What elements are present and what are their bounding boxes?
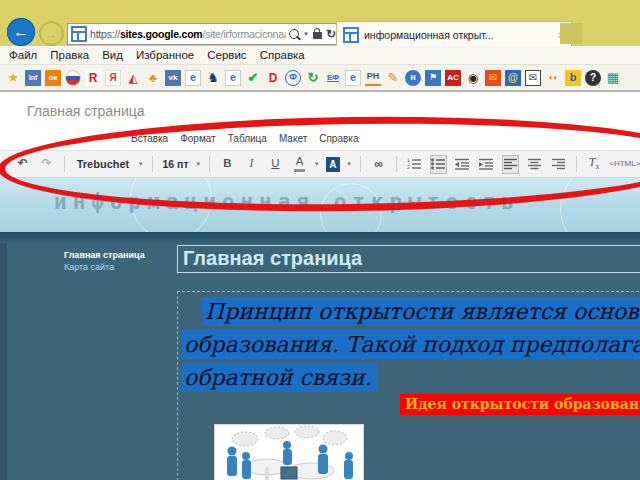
yandex-mail-icon[interactable]: ✉	[485, 70, 501, 86]
russian-flag-icon[interactable]	[65, 70, 81, 86]
paragraph-line[interactable]: обратной связи.	[181, 363, 640, 396]
clear-formatting-button[interactable]: Tx	[586, 155, 603, 174]
editor-menu-item[interactable]: Таблица	[228, 133, 267, 144]
bing-icon[interactable]: b	[565, 70, 581, 86]
bulleted-list-icon[interactable]	[430, 155, 447, 174]
font-size-dropdown[interactable]: 16 пт	[161, 155, 189, 174]
highlighted-text-line[interactable]: Идея открытости образования ос	[400, 394, 640, 415]
back-button[interactable]: ←	[7, 18, 35, 46]
r-site-icon[interactable]: R	[85, 70, 101, 86]
editor-menubar: ВставкаФорматТаблицаМакетСправка	[131, 133, 358, 144]
redo-icon[interactable]: ↷	[38, 155, 55, 174]
bold-button[interactable]: B	[219, 155, 236, 174]
f-circle-icon[interactable]: Ф	[285, 70, 301, 86]
red-highlight-text: Идея открытости образования ос	[400, 394, 640, 415]
d-site-icon[interactable]: D	[265, 70, 281, 86]
pencil-carrot-icon[interactable]: ✎	[385, 70, 401, 86]
page-title-field[interactable]: Главная страница	[177, 245, 640, 273]
url-domain: sites.google.com	[120, 28, 203, 40]
back-arrow-icon: ←	[13, 23, 29, 41]
refresh-icon[interactable]: ↻	[326, 27, 336, 41]
selected-text: Принцип открытости является основополага	[202, 297, 640, 326]
new-tab-button[interactable]	[560, 23, 582, 44]
n-circle-icon[interactable]: н	[405, 70, 421, 86]
envelope-icon[interactable]: ✉	[525, 70, 541, 86]
ie-page-icon-3[interactable]: e	[345, 70, 361, 86]
text-color-bar	[294, 169, 305, 172]
highlight-caret-icon[interactable]: ▾	[347, 160, 351, 168]
banner-decor-circle	[560, 178, 640, 232]
html-view-button[interactable]: <HTML>	[610, 155, 640, 174]
ie-page-icon[interactable]: e	[185, 70, 201, 86]
editor-menu-item[interactable]: Макет	[279, 133, 307, 144]
numbered-list-icon[interactable]: 12	[406, 155, 423, 174]
mailru-icon[interactable]: @	[505, 70, 521, 86]
indent-icon[interactable]	[478, 155, 495, 174]
people-network-image[interactable]	[214, 424, 364, 480]
menu-item[interactable]: Вид	[102, 49, 123, 61]
site-sidebar: Главная страница Карта сайта	[64, 249, 145, 273]
chat-bubbles-icon[interactable]: ◖◗	[545, 70, 561, 86]
italic-button[interactable]: I	[243, 155, 260, 174]
selected-text: образования. Такой подход предполагает с…	[181, 330, 640, 359]
sidebar-item-home[interactable]: Главная страница	[64, 249, 145, 261]
browser-tab[interactable]: информационная открыт... ×	[336, 21, 572, 47]
font-family-dropdown[interactable]: Trebuchet	[74, 155, 132, 174]
menu-item[interactable]: Сервис	[207, 49, 246, 61]
inf-site-icon[interactable]: Inf	[25, 70, 41, 86]
editor-page-heading: Главная страница	[27, 103, 145, 119]
vk-icon[interactable]: vk	[165, 70, 181, 86]
yandex-icon[interactable]: Я	[105, 70, 121, 86]
sidebar-item-sitemap[interactable]: Карта сайта	[64, 261, 145, 273]
toolbar-separator	[152, 156, 153, 172]
sphere-site-icon[interactable]: ◉	[465, 70, 481, 86]
editor-menu-item[interactable]: Справка	[319, 133, 358, 144]
underline-button[interactable]: U	[267, 155, 284, 174]
insert-link-icon[interactable]: ∞	[370, 155, 387, 174]
favorites-star-icon[interactable]: ★	[5, 70, 21, 86]
bird-site-icon[interactable]: ♞	[205, 70, 221, 86]
align-left-icon[interactable]	[502, 155, 519, 174]
table-site-icon[interactable]: ▦	[605, 70, 621, 86]
menu-item[interactable]: Файл	[9, 49, 37, 61]
paragraph-line[interactable]: Принцип открытости является основополага	[181, 297, 640, 330]
ac-site-icon[interactable]: АС	[445, 70, 461, 86]
paragraph-line[interactable]: образования. Такой подход предполагает с…	[181, 330, 640, 363]
content-left-edge	[0, 243, 7, 480]
editor-menu-item[interactable]: Формат	[180, 133, 216, 144]
align-center-icon[interactable]	[526, 155, 543, 174]
question-icon[interactable]: ?	[585, 70, 601, 86]
recycle-icon[interactable]: ↻	[305, 70, 321, 86]
panda-site-icon[interactable]: ⚑	[425, 70, 441, 86]
menu-item[interactable]: Правка	[50, 49, 89, 61]
font-size-caret-icon[interactable]: ▾	[196, 160, 200, 168]
outdent-icon[interactable]	[454, 155, 471, 174]
url-text[interactable]: https://sites.google.com/site/irformacic…	[90, 28, 286, 40]
search-icon[interactable]	[289, 29, 299, 39]
forward-button[interactable]: →	[39, 21, 64, 46]
font-family-caret-icon[interactable]: ▾	[139, 160, 143, 168]
menu-item[interactable]: Избранное	[136, 49, 194, 61]
address-dropdown-icon[interactable]: ▼	[303, 31, 309, 37]
address-bar[interactable]: https://sites.google.com/site/irformacic…	[67, 23, 340, 45]
toolbar-separator	[209, 156, 210, 172]
highlight-color-button[interactable]: A	[326, 157, 341, 172]
ship-site-icon[interactable]: ◭	[125, 70, 141, 86]
align-right-icon[interactable]	[550, 155, 567, 174]
ef-site-icon[interactable]: ЕФ	[325, 70, 341, 86]
text-color-button[interactable]: A	[291, 155, 308, 174]
editor-menu-item[interactable]: Вставка	[131, 133, 168, 144]
lamp-site-icon[interactable]: ♣	[145, 70, 161, 86]
text-color-caret-icon[interactable]: ▾	[315, 160, 319, 168]
odnoklassniki-icon[interactable]: ок	[45, 70, 61, 86]
toolbar-separator	[396, 156, 397, 172]
ie-page-icon-2[interactable]: e	[225, 70, 241, 86]
ph-site-icon[interactable]: РН	[365, 70, 381, 86]
menu-item[interactable]: Справка	[260, 49, 305, 61]
forward-arrow-icon: →	[46, 27, 58, 41]
favorites-bar: ★InfокRЯ◭♣vke♞e✔DФ↻ЕФeРН✎н⚑АС◉✉@✉◖◗b?▦	[0, 65, 640, 92]
banner-divider-bar	[0, 232, 640, 243]
lock-icon	[313, 32, 322, 39]
undo-icon[interactable]: ↶	[14, 155, 31, 174]
check-site-icon[interactable]: ✔	[245, 70, 261, 86]
